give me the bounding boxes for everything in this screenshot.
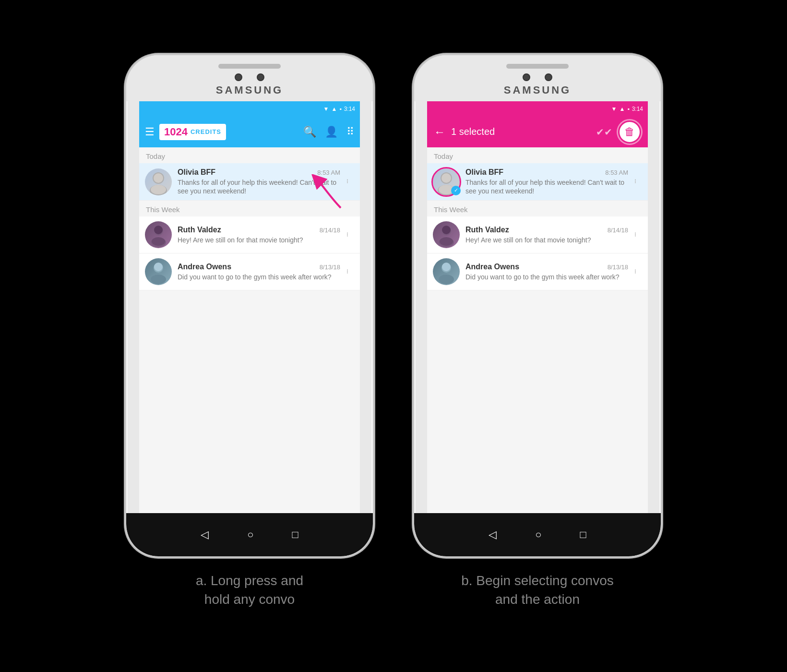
side-button-b-power	[661, 142, 662, 180]
convo-content-ruth: Ruth Valdez 8/14/18 Hey! Are we still on…	[178, 226, 340, 244]
side-button-volume	[125, 151, 126, 175]
phone-b-top: SAMSUNG	[414, 55, 661, 101]
back-button-b[interactable]: ◁	[489, 528, 497, 541]
phone-a: SAMSUNG ▼ ▲ ▪ 3:14 ☰	[125, 54, 374, 558]
convo-item-andrea[interactable]: Andrea Owens 8/13/18 Did you want to go …	[139, 253, 360, 290]
avatar-ruth	[145, 221, 172, 248]
avatar-b-ruth-svg	[433, 221, 460, 248]
convo-preview-b-ruth: Hey! Are we still on for that movie toni…	[465, 236, 628, 244]
recent-button-b[interactable]: □	[580, 528, 586, 541]
credits-label: CREDITS	[191, 128, 221, 135]
apps-icon[interactable]: ⠿	[346, 126, 354, 138]
signal-icon: ▲	[331, 106, 337, 112]
avatar-wrap-b-ruth	[433, 221, 460, 248]
avatar-wrap-b-olivia: ✓	[433, 168, 460, 195]
phone-a-screen: ▼ ▲ ▪ 3:14 ☰ 1024 CREDITS	[139, 101, 360, 513]
more-options-ruth[interactable]: ···	[340, 233, 354, 237]
svg-point-22	[442, 263, 451, 271]
convo-header-b-ruth: Ruth Valdez 8/14/18	[465, 226, 628, 234]
phone-a-section-this-week: This Week	[139, 201, 360, 216]
phone-b-container: SAMSUNG ▼ ▲ ▪ 3:14 ←	[413, 54, 662, 609]
phone-b-cameras	[523, 73, 552, 81]
more-options-olivia[interactable]: ···	[340, 180, 354, 184]
phone-b: SAMSUNG ▼ ▲ ▪ 3:14 ←	[413, 54, 662, 558]
convo-time-b-olivia: 8:53 AM	[605, 169, 628, 176]
phones-row: SAMSUNG ▼ ▲ ▪ 3:14 ☰	[125, 54, 662, 609]
convo-item-b-andrea[interactable]: Andrea Owens 8/13/18 Did you want to go …	[427, 253, 648, 290]
phone-b-section-today: Today	[427, 147, 648, 163]
more-options-andrea[interactable]: ···	[340, 270, 354, 274]
convo-content-olivia: Olivia BFF 8:53 AM Thanks for all of you…	[178, 168, 340, 195]
convo-header-olivia: Olivia BFF 8:53 AM	[178, 168, 340, 177]
svg-point-18	[442, 226, 451, 234]
convo-name-b-ruth: Ruth Valdez	[465, 226, 509, 234]
convo-content-b-andrea: Andrea Owens 8/13/18 Did you want to go …	[465, 263, 628, 281]
phone-a-status-icons: ▼ ▲ ▪ 3:14	[323, 106, 355, 112]
convo-header-b-olivia: Olivia BFF 8:53 AM	[465, 168, 628, 177]
back-icon[interactable]: ←	[434, 125, 445, 139]
convo-time-andrea: 8/13/18	[320, 264, 340, 271]
phone-b-status-bar: ▼ ▲ ▪ 3:14	[427, 101, 648, 117]
more-options-b-ruth[interactable]: ···	[628, 233, 642, 237]
svg-point-3	[151, 185, 166, 194]
phone-a-top: SAMSUNG	[126, 55, 373, 101]
back-button[interactable]: ◁	[201, 528, 209, 541]
hamburger-icon[interactable]: ☰	[145, 126, 155, 138]
convo-time-ruth: 8/14/18	[320, 227, 340, 234]
delete-button[interactable]: 🗑	[618, 120, 641, 144]
credits-box[interactable]: 1024 CREDITS	[159, 124, 226, 140]
convo-time-b-andrea: 8/13/18	[608, 264, 628, 271]
wifi-icon: ▼	[323, 106, 329, 112]
credits-number: 1024	[164, 126, 188, 138]
avatar-ruth-svg	[145, 221, 172, 248]
phone-b-camera-right	[545, 73, 552, 81]
avatar-wrap-ruth	[145, 221, 172, 248]
convo-name-andrea: Andrea Owens	[178, 263, 231, 271]
convo-content-andrea: Andrea Owens 8/13/18 Did you want to go …	[178, 263, 340, 281]
wifi-icon-b: ▼	[611, 106, 617, 112]
convo-name-ruth: Ruth Valdez	[178, 226, 221, 234]
recent-button[interactable]: □	[292, 528, 298, 541]
avatar-andrea-svg	[145, 258, 172, 285]
selected-title: 1 selected	[451, 126, 590, 137]
search-icon[interactable]: 🔍	[303, 126, 316, 138]
home-button-b[interactable]: ○	[535, 528, 541, 541]
contact-icon[interactable]: 👤	[325, 126, 338, 138]
svg-point-8	[152, 237, 165, 246]
convo-header-andrea: Andrea Owens 8/13/18	[178, 263, 340, 271]
time-display-b: 3:14	[632, 106, 643, 112]
phone-a-caption: a. Long press andhold any convo	[196, 571, 303, 609]
more-options-b-andrea[interactable]: ···	[628, 270, 642, 274]
battery-icon: ▪	[339, 106, 341, 112]
phone-a-speaker	[218, 64, 281, 69]
trash-icon: 🗑	[624, 126, 635, 138]
more-options-b-olivia[interactable]: ···	[628, 180, 642, 184]
convo-preview-andrea: Did you want to go to the gym this week …	[178, 273, 340, 281]
phone-b-camera-left	[523, 73, 530, 81]
convo-header-b-andrea: Andrea Owens 8/13/18	[465, 263, 628, 271]
avatar-b-andrea-svg	[433, 258, 460, 285]
phone-a-convo-list: Today	[139, 147, 360, 513]
svg-point-21	[439, 275, 454, 284]
phone-a-container: SAMSUNG ▼ ▲ ▪ 3:14 ☰	[125, 54, 374, 609]
convo-item-olivia[interactable]: Olivia BFF 8:53 AM Thanks for all of you…	[139, 163, 360, 201]
signal-icon-b: ▲	[619, 106, 625, 112]
convo-preview-ruth: Hey! Are we still on for that movie toni…	[178, 236, 340, 244]
side-button-power	[373, 142, 374, 180]
phone-b-section-this-week: This Week	[427, 201, 648, 216]
page-wrapper: SAMSUNG ▼ ▲ ▪ 3:14 ☰	[0, 0, 787, 672]
avatar-olivia	[145, 168, 172, 195]
battery-icon-b: ▪	[627, 106, 629, 112]
convo-item-ruth[interactable]: Ruth Valdez 8/14/18 Hey! Are we still on…	[139, 216, 360, 253]
phone-b-app-header: ← 1 selected ✔✔ 🗑	[427, 117, 648, 147]
convo-time-b-ruth: 8/14/18	[608, 227, 628, 234]
avatar-andrea	[145, 258, 172, 285]
phone-b-screen: ▼ ▲ ▪ 3:14 ← 1 selected ✔✔ 🗑	[427, 101, 648, 513]
convo-content-b-ruth: Ruth Valdez 8/14/18 Hey! Are we still on…	[465, 226, 628, 244]
convo-item-b-ruth[interactable]: Ruth Valdez 8/14/18 Hey! Are we still on…	[427, 216, 648, 253]
avatar-check: ✓	[451, 186, 461, 195]
phone-b-status-icons: ▼ ▲ ▪ 3:14	[611, 106, 643, 112]
home-button[interactable]: ○	[247, 528, 253, 541]
convo-item-b-olivia[interactable]: ✓ Olivia BFF 8:53 AM Thanks for all of y…	[427, 163, 648, 201]
convo-content-b-olivia: Olivia BFF 8:53 AM Thanks for all of you…	[465, 168, 628, 195]
